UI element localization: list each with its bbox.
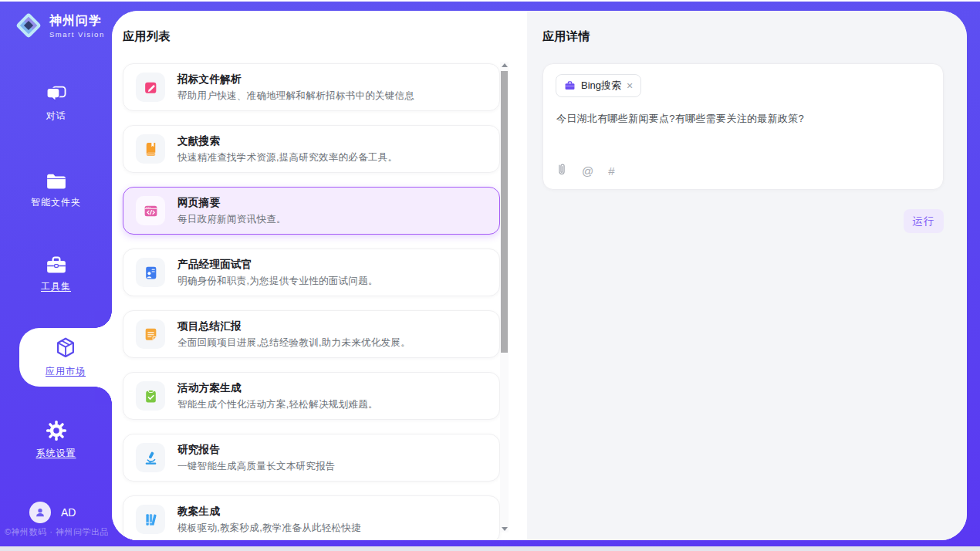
app-card-desc: 智能生成个性化活动方案,轻松解决规划难题。 [177, 398, 378, 411]
sidebar: 神州问学 Smart Vision 对话 智能文件夹 [0, 2, 112, 546]
sidebar-item-label: 工具集 [41, 280, 71, 293]
gear-icon [45, 419, 68, 442]
app-card-name: 网页摘要 [177, 196, 286, 210]
scrollbar-down-arrow-icon[interactable] [502, 527, 508, 531]
clipboard-check-icon [136, 381, 165, 411]
app-card[interactable]: 研究报告 一键智能生成高质量长文本研究报告 [123, 434, 500, 482]
person-icon [34, 506, 46, 519]
books-icon [136, 505, 165, 534]
sidebar-item-smart-folder[interactable]: 智能文件夹 [0, 171, 112, 209]
sidebar-item-chat[interactable]: 对话 [0, 85, 112, 123]
app-card-name: 产品经理面试官 [177, 258, 378, 272]
app-card-desc: 模板驱动,教案秒成,教学准备从此轻松快捷 [177, 522, 361, 535]
run-button[interactable]: 运行 [904, 209, 944, 233]
app-card-name: 文献搜索 [177, 134, 397, 148]
interview-doc-icon [136, 258, 165, 287]
sidebar-item-settings[interactable]: 系统设置 [0, 419, 112, 460]
app-list-title: 应用列表 [123, 29, 171, 44]
app-card-desc: 每日政府新闻资讯快查。 [177, 213, 286, 226]
app-card[interactable]: 教案生成 模板驱动,教案秒成,教学准备从此轻松快捷 [123, 495, 500, 540]
app-card-name: 活动方案生成 [177, 381, 378, 395]
content-panel: 应用列表 招标文件解析 帮助用户快速、准确地理解和解析招标书中的关键信息 [112, 11, 967, 540]
sidebar-item-label: 应用市场 [46, 365, 86, 378]
brand-name: 神州问学 [49, 13, 105, 29]
folder-icon [45, 171, 68, 191]
app-card[interactable]: 招标文件解析 帮助用户快速、准确地理解和解析招标书中的关键信息 [123, 63, 500, 111]
brand-subtitle: Smart Vision [49, 30, 105, 39]
sidebar-item-toolset[interactable]: 工具集 [0, 255, 112, 293]
tool-chip-bing-search[interactable]: Bing搜索 × [556, 74, 641, 97]
tool-chip-label: Bing搜索 [581, 79, 621, 93]
at-icon[interactable]: @ [582, 165, 593, 177]
microscope-icon [136, 443, 165, 472]
sidebar-item-app-market[interactable]: 应用市场 [19, 328, 112, 387]
app-card-name: 招标文件解析 [177, 73, 414, 86]
app-window: 神州问学 Smart Vision 对话 智能文件夹 [0, 0, 980, 551]
app-detail-title: 应用详情 [542, 29, 590, 44]
app-card-desc: 全面回顾项目进展,总结经验教训,助力未来优化发展。 [177, 336, 411, 350]
scrollbar-thumb[interactable] [501, 71, 508, 353]
hash-icon[interactable]: # [608, 165, 614, 177]
user-initials: AD [61, 506, 76, 519]
app-list-scrollbar[interactable] [500, 62, 509, 532]
app-card-name: 研究报告 [177, 443, 336, 457]
user-account[interactable]: AD [29, 502, 76, 523]
chip-close-icon[interactable]: × [627, 80, 633, 91]
app-card-list: 招标文件解析 帮助用户快速、准确地理解和解析招标书中的关键信息 [123, 63, 500, 540]
sidebar-item-label: 对话 [46, 110, 66, 123]
scrollbar-up-arrow-icon[interactable] [502, 63, 508, 67]
diamond-logo-icon [14, 11, 43, 40]
toolbox-icon [45, 255, 68, 276]
app-card-desc: 快速精准查找学术资源,提高研究效率的必备工具。 [177, 151, 397, 164]
app-card-desc: 明确身份和职责,为您提供专业性的面试问题。 [177, 275, 378, 288]
sidebar-item-label: 智能文件夹 [31, 196, 81, 209]
app-card-selected[interactable]: 网页摘要 每日政府新闻资讯快查。 [123, 187, 500, 235]
app-list-section: 应用列表 招标文件解析 帮助用户快速、准确地理解和解析招标书中的关键信息 [112, 11, 527, 540]
app-card-desc: 一键智能生成高质量长文本研究报告 [177, 460, 336, 473]
brand-logo: 神州问学 Smart Vision [14, 11, 105, 40]
chat-icon [45, 85, 68, 105]
copyright-text: ©神州数码 · 神州问学出品 [5, 526, 110, 538]
browser-code-icon [136, 196, 165, 225]
app-card[interactable]: 活动方案生成 智能生成个性化活动方案,轻松解决规划难题。 [123, 372, 500, 420]
briefcase-icon [564, 80, 576, 91]
sticky-note-icon [136, 319, 165, 349]
app-card-name: 教案生成 [177, 505, 361, 519]
app-card[interactable]: 文献搜索 快速精准查找学术资源,提高研究效率的必备工具。 [123, 125, 500, 173]
cube-icon [53, 336, 78, 360]
app-card-name: 项目总结汇报 [177, 319, 411, 333]
app-detail-section: 应用详情 Bing搜索 × 今日湖北有哪些新闻要点?有哪些需要关注的最新政策? [527, 11, 967, 540]
app-card[interactable]: 产品经理面试官 明确身份和职责,为您提供专业性的面试问题。 [123, 248, 500, 296]
prompt-input[interactable]: 今日湖北有哪些新闻要点?有哪些需要关注的最新政策? [556, 112, 928, 126]
paperclip-icon[interactable] [556, 163, 567, 178]
avatar [29, 502, 51, 523]
doc-edit-icon [136, 73, 165, 102]
app-card-desc: 帮助用户快速、准确地理解和解析招标书中的关键信息 [177, 90, 414, 103]
sidebar-item-label: 系统设置 [36, 447, 76, 460]
bottom-strip [0, 546, 980, 551]
book-icon [136, 134, 165, 164]
app-card[interactable]: 项目总结汇报 全面回顾项目进展,总结经验教训,助力未来优化发展。 [123, 310, 500, 358]
input-toolbar: @ # [556, 163, 615, 178]
prompt-card: Bing搜索 × 今日湖北有哪些新闻要点?有哪些需要关注的最新政策? @ # [542, 63, 944, 190]
